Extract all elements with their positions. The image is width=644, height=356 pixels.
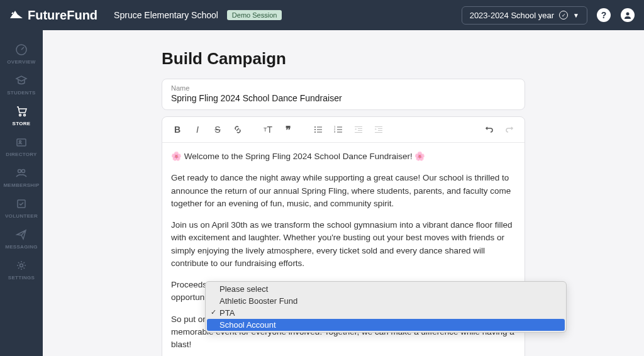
- svg-rect-29: [375, 132, 382, 133]
- page-title: Build Campaign: [162, 49, 525, 69]
- undo-button[interactable]: [480, 121, 498, 138]
- name-label: Name: [171, 84, 516, 92]
- svg-rect-19: [337, 130, 342, 130]
- brand-logo[interactable]: FutureFund: [9, 8, 97, 23]
- svg-point-10: [314, 126, 316, 128]
- sidebar-item-store[interactable]: STORE: [0, 99, 43, 130]
- description-paragraph: 🌸 Welcome to the Spring Fling 2024 Schoo…: [171, 150, 516, 163]
- svg-rect-17: [337, 127, 342, 128]
- redo-button[interactable]: [501, 121, 518, 138]
- fund-option-placeholder[interactable]: Please select: [207, 283, 565, 295]
- chevron-down-icon: ▼: [573, 12, 579, 19]
- main-content: Build Campaign Name Spring Fling 2024 Sc…: [43, 30, 644, 356]
- sidebar-item-volunteer[interactable]: VOLUNTEER: [0, 192, 43, 223]
- fund-option-athletic[interactable]: Athletic Booster Fund: [207, 295, 565, 307]
- brand-name: FutureFund: [28, 8, 97, 23]
- svg-point-0: [626, 13, 630, 16]
- cart-icon: [14, 104, 28, 118]
- svg-point-14: [314, 131, 316, 133]
- svg-rect-24: [358, 130, 362, 131]
- svg-rect-21: [337, 132, 342, 133]
- user-icon: [621, 8, 635, 22]
- user-menu-button[interactable]: [620, 8, 635, 23]
- bold-button[interactable]: B: [169, 121, 186, 138]
- users-icon: [14, 166, 28, 180]
- id-card-icon: [14, 135, 28, 149]
- link-button[interactable]: [229, 121, 247, 138]
- svg-rect-27: [378, 128, 382, 129]
- demo-session-badge: Demo Session: [227, 10, 282, 20]
- strikethrough-button[interactable]: S: [209, 121, 226, 138]
- futurefund-logo-icon: [9, 9, 24, 21]
- svg-rect-15: [317, 132, 322, 133]
- sidebar-nav: OVERVIEW STUDENTS STORE DIRECTORY MEMBER…: [0, 30, 43, 356]
- svg-rect-25: [355, 132, 362, 133]
- fund-select-popup: Please select Athletic Booster Fund PTA …: [205, 281, 567, 333]
- school-year-label: 2023-2024 School year: [470, 11, 554, 20]
- check-circle-icon: ✓: [559, 11, 568, 19]
- indent-button[interactable]: [370, 121, 387, 138]
- campaign-name-field[interactable]: Name Spring Fling 2024 School Dance Fund…: [162, 79, 525, 110]
- svg-point-5: [19, 141, 21, 143]
- bullet-list-button[interactable]: [309, 121, 327, 138]
- help-button[interactable]: ?: [596, 8, 611, 23]
- svg-rect-28: [378, 130, 382, 131]
- svg-text:3: 3: [334, 130, 336, 133]
- outdent-button[interactable]: [350, 121, 367, 138]
- help-icon: ?: [597, 8, 611, 22]
- quote-button[interactable]: ❞: [279, 121, 297, 138]
- school-year-selector[interactable]: 2023-2024 School year ✓ ▼: [462, 6, 587, 25]
- svg-point-3: [24, 114, 26, 116]
- name-value: Spring Fling 2024 School Dance Fundraise…: [171, 93, 516, 103]
- svg-rect-4: [17, 139, 26, 146]
- app-header: FutureFund Spruce Elementary School Demo…: [0, 0, 644, 30]
- description-paragraph: Join us on April 30th as we transform th…: [171, 219, 516, 270]
- graduation-icon: [14, 74, 28, 87]
- sidebar-item-students[interactable]: STUDENTS: [0, 69, 43, 99]
- description-paragraph: Get ready to dance the night away while …: [171, 172, 516, 210]
- svg-point-12: [314, 129, 316, 130]
- svg-rect-26: [375, 126, 382, 127]
- fund-option-pta[interactable]: PTA: [207, 307, 565, 319]
- svg-point-9: [20, 264, 23, 267]
- svg-point-2: [19, 114, 21, 116]
- svg-rect-11: [317, 127, 322, 128]
- svg-rect-13: [317, 130, 322, 130]
- svg-rect-22: [355, 126, 362, 127]
- school-name: Spruce Elementary School: [114, 10, 218, 20]
- svg-rect-23: [358, 128, 362, 129]
- sidebar-item-directory[interactable]: DIRECTORY: [0, 130, 43, 161]
- sidebar-item-settings[interactable]: SETTINGS: [0, 253, 43, 284]
- editor-toolbar: B I S TT ❞ 123: [162, 117, 525, 143]
- svg-point-6: [18, 170, 21, 173]
- svg-point-7: [22, 170, 25, 173]
- italic-button[interactable]: I: [189, 121, 206, 138]
- font-size-button[interactable]: TT: [259, 121, 277, 138]
- sidebar-item-overview[interactable]: OVERVIEW: [0, 38, 43, 69]
- numbered-list-button[interactable]: 123: [330, 121, 347, 138]
- gear-icon: [14, 259, 28, 272]
- checkbox-icon: [14, 197, 28, 211]
- sidebar-item-messaging[interactable]: MESSAGING: [0, 223, 43, 253]
- send-icon: [14, 228, 28, 242]
- sidebar-item-membership[interactable]: MEMBERSHIP: [0, 161, 43, 192]
- fund-option-school-account[interactable]: School Account: [207, 319, 565, 331]
- gauge-icon: [14, 43, 28, 57]
